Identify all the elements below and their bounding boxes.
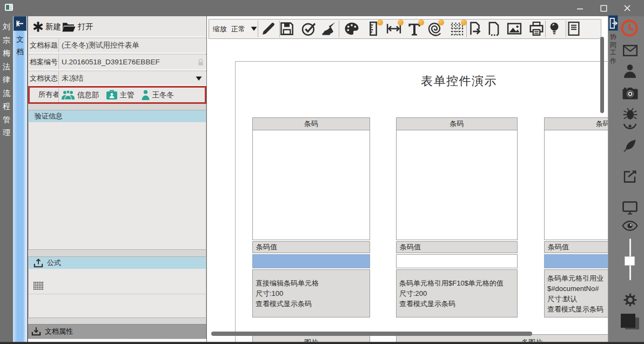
lock-icon xyxy=(198,58,204,66)
collaborate-arrow-icon xyxy=(609,17,618,29)
pencil-icon-button[interactable] xyxy=(260,21,277,37)
owner-user[interactable]: 王冬冬 xyxy=(152,90,175,100)
left-app-rail: 刘宗梅法律流程管理 xyxy=(0,16,13,342)
title-bar xyxy=(0,0,644,16)
panel-header: 条码 xyxy=(252,117,370,130)
page-border-left xyxy=(235,61,236,342)
image-icon-button[interactable] xyxy=(506,21,522,37)
contact-button[interactable] xyxy=(620,61,640,81)
history-clock-button[interactable] xyxy=(619,17,640,39)
formula-section: 公式 xyxy=(28,256,206,318)
field-row-owner: 所有者 信息部 xyxy=(28,86,206,104)
document-panel: 新建 打开 文档标题 (王冬冬)测试用控件表单 档案编号 U.20160518_… xyxy=(28,16,206,342)
collapse-panel-button[interactable] xyxy=(14,16,26,31)
smile-gauge-icon xyxy=(623,123,637,132)
feather-icon xyxy=(623,138,637,153)
document-lines-icon xyxy=(566,21,582,37)
swatch-button[interactable] xyxy=(621,314,635,328)
barcode-display-area[interactable] xyxy=(252,130,370,240)
horizontal-scrollbar[interactable] xyxy=(211,332,532,336)
open-document-button[interactable]: 打开 xyxy=(62,16,93,37)
preview-button[interactable] xyxy=(620,216,640,235)
document-lines-icon-button[interactable] xyxy=(566,21,582,37)
zoom-dropdown[interactable]: 缩放 正常 xyxy=(213,19,257,38)
palette-icon-button[interactable] xyxy=(344,21,360,37)
sign-button[interactable] xyxy=(620,136,640,155)
barcode-value-label: 条码值 xyxy=(396,241,518,253)
grid-format-icon-button[interactable] xyxy=(449,21,465,37)
close-button[interactable] xyxy=(615,0,639,16)
vertical-scrollbar[interactable] xyxy=(600,37,604,113)
image-icon xyxy=(506,21,522,37)
expand-down-tray-icon xyxy=(31,327,41,336)
check-circle-icon xyxy=(300,21,317,37)
maximize-button[interactable] xyxy=(592,0,615,16)
collapse-left-arrow-icon xyxy=(14,17,26,30)
bulb-icon-button[interactable] xyxy=(546,21,562,37)
barcode-display-area[interactable] xyxy=(396,130,518,240)
printer-icon-button[interactable] xyxy=(528,21,545,37)
feedback-button[interactable] xyxy=(620,117,640,137)
document-tab-strip[interactable] xyxy=(13,16,27,342)
width-measure-icon-button[interactable] xyxy=(386,21,402,37)
collapse-up-tray-icon xyxy=(33,259,43,268)
validation-title: 验证信息 xyxy=(35,111,63,121)
ruler-icon-button[interactable] xyxy=(365,21,381,37)
check-icon-button[interactable] xyxy=(300,21,317,37)
tab-collaborate[interactable]: 协同工作 xyxy=(608,33,618,64)
field-row-archive-no: 档案编号 U.20160518_D391E76EBBEF xyxy=(28,55,206,70)
settings-button[interactable] xyxy=(620,290,640,309)
panel-header: 条码 xyxy=(544,117,608,130)
field-row-doc-title: 文档标题 (王冬冬)测试用控件表单 xyxy=(28,38,206,54)
barcode-display-area[interactable] xyxy=(544,130,608,240)
format-ball xyxy=(461,19,467,25)
monitor-icon xyxy=(622,201,638,215)
spiral-icon-button[interactable] xyxy=(426,21,442,37)
badge-icon xyxy=(106,90,118,100)
panel-header: 图片 xyxy=(304,338,318,342)
broom-icon-button[interactable] xyxy=(321,21,337,37)
panel-header: 条码 xyxy=(396,117,518,130)
dropdown-arrow-icon[interactable] xyxy=(196,76,202,81)
formula-section-header[interactable]: 公式 xyxy=(29,257,206,269)
export-page-icon-button[interactable] xyxy=(467,21,483,37)
form-title: 表单控件演示 xyxy=(421,73,497,89)
page-border-top xyxy=(235,61,608,62)
new-document-button[interactable]: 新建 xyxy=(32,16,61,37)
gear-icon xyxy=(622,292,638,308)
field-label: 文档标题 xyxy=(28,38,58,52)
tab-document[interactable]: 文档 xyxy=(13,33,27,58)
minimize-button[interactable] xyxy=(568,0,592,16)
field-row-doc-state: 文档状态 未冻结 xyxy=(28,71,206,86)
new-page-icon-button[interactable] xyxy=(486,21,502,37)
export-page-icon xyxy=(467,21,483,37)
share-button[interactable] xyxy=(620,167,640,187)
barcode-value-cell[interactable] xyxy=(252,254,370,268)
field-label: 所有者 xyxy=(30,87,59,102)
dropdown-arrow-icon xyxy=(251,27,257,31)
camera-button[interactable] xyxy=(620,83,640,103)
collaborate-tab-button[interactable] xyxy=(608,15,618,31)
validation-section-header[interactable]: 验证信息 xyxy=(29,110,206,122)
monitor-button[interactable] xyxy=(620,198,640,217)
owner-role[interactable]: 主管 xyxy=(120,90,135,100)
canvas-toolbar: 缩放 正常 xyxy=(209,19,601,39)
zoom-slider-handle[interactable] xyxy=(625,256,635,266)
properties-section-header[interactable]: 文档属性 xyxy=(28,324,206,339)
group-icon xyxy=(61,90,75,100)
barcode-value-label: 条码值 xyxy=(252,241,370,253)
text-format-icon-button[interactable] xyxy=(406,21,422,37)
validation-section: 验证信息 xyxy=(28,110,206,250)
barcode-value-cell[interactable] xyxy=(544,254,608,268)
dot-grid-icon[interactable] xyxy=(33,282,43,290)
eye-icon xyxy=(622,221,638,231)
barcode-value-label: 条码值 xyxy=(544,241,608,253)
barcode-value-cell[interactable] xyxy=(396,254,518,268)
owner-department[interactable]: 信息部 xyxy=(77,90,99,100)
archive-no-value[interactable]: U.20160518_D391E76EBBEF xyxy=(62,55,203,69)
doc-state-value[interactable]: 未冻结 xyxy=(62,71,203,85)
mail-button[interactable] xyxy=(620,41,640,60)
save-icon-button[interactable] xyxy=(279,21,295,37)
panel-header: 多图片 xyxy=(521,338,542,342)
doc-title-value[interactable]: (王冬冬)测试用控件表单 xyxy=(62,38,203,52)
